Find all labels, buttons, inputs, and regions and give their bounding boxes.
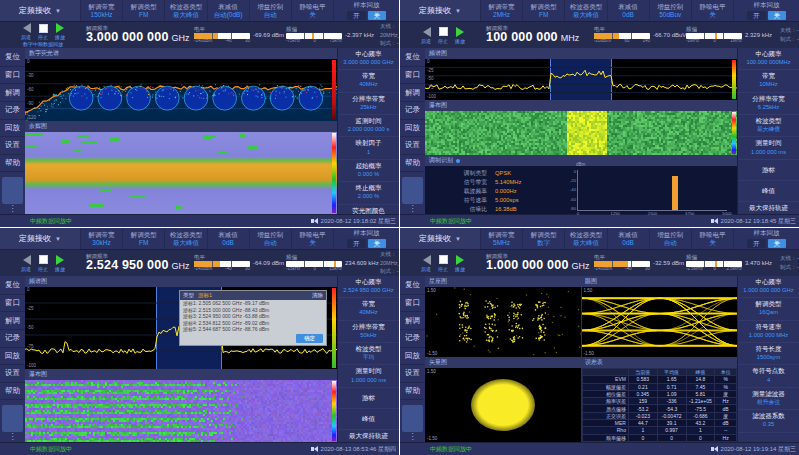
more-menu-handle[interactable]: ⋮ — [0, 432, 25, 442]
sidebar-entry-2[interactable]: 分辨率带宽25kHz — [338, 93, 399, 115]
spectrum-plot[interactable]: 0-25-50-75-100类型游标1清除游标1: 2.505 062 500 … — [25, 287, 337, 369]
menu-quick-panel[interactable] — [402, 405, 423, 432]
phosphor-spectrum-plot[interactable]: 0-30-60-90-120 — [25, 59, 337, 121]
param-field[interactable]: 检波器类型最大峰值 — [564, 0, 606, 21]
sidebar-item-6[interactable]: 帮助 — [0, 155, 25, 173]
param-field[interactable]: 静噪电平关 — [691, 0, 733, 21]
sidebar-entry-6[interactable]: 滤波器系数0.35 — [738, 410, 799, 432]
param-field[interactable]: 检波器类型最大峰值 — [164, 0, 206, 21]
speaker-icon[interactable] — [311, 218, 318, 224]
waterfall-plot[interactable] — [25, 380, 337, 442]
param-field[interactable]: 增益控制自动 — [649, 228, 691, 249]
sidebar-entry-0[interactable]: 中心频率2.524 950 000 GHz — [338, 276, 399, 298]
speaker-icon[interactable] — [311, 446, 318, 452]
sidebar-item-3[interactable]: 记录 — [0, 330, 25, 348]
param-field[interactable]: 衰减值自动(0dB) — [207, 0, 249, 21]
sidebar-entry-4[interactable]: 测量时间1.000 000 ms — [338, 365, 399, 387]
sample-playback-option-off[interactable]: 关 — [368, 11, 387, 20]
play-button[interactable] — [56, 23, 64, 33]
sidebar-entry-5[interactable]: 测量滤波器根升余弦 — [738, 388, 799, 410]
eye-diagram-plot[interactable]: 1.50-1.50 — [582, 287, 738, 357]
sidebar-entry-1[interactable]: 带宽40MHz — [338, 70, 399, 92]
param-field[interactable]: 增益控制自动 — [249, 0, 291, 21]
play-button[interactable] — [456, 27, 464, 37]
param-field[interactable]: 解调类型FM — [122, 0, 164, 21]
param-field[interactable]: 增益控制自动 — [249, 228, 291, 249]
stop-button[interactable] — [439, 27, 448, 36]
param-field[interactable]: 解调带宽30kHz — [80, 228, 122, 249]
sidebar-item-6[interactable]: 帮助 — [400, 383, 425, 401]
sidebar-item-5[interactable]: 设置 — [0, 365, 25, 383]
sidebar-item-4[interactable]: 回放 — [400, 120, 425, 138]
param-field[interactable]: 解调类型FM — [522, 0, 564, 21]
receive-mode-select[interactable]: 定频接收▼ — [0, 0, 80, 21]
speaker-icon[interactable] — [711, 218, 718, 224]
rewind-button[interactable] — [23, 23, 31, 33]
persistence-plot[interactable] — [25, 132, 337, 214]
param-field[interactable]: 衰减值0dB — [607, 228, 649, 249]
rewind-button[interactable] — [423, 255, 431, 265]
sidebar-entry-4[interactable]: 每符号点数4 — [738, 365, 799, 387]
param-field[interactable]: 静噪电平关 — [291, 228, 333, 249]
sidebar-item-1[interactable]: 窗口 — [0, 295, 25, 313]
sidebar-item-0[interactable]: 复位 — [400, 277, 425, 295]
sample-playback-option-on[interactable]: 开 — [347, 11, 366, 20]
menu-quick-panel[interactable] — [2, 405, 23, 432]
sidebar-item-4[interactable]: 回放 — [400, 348, 425, 366]
sidebar-item-2[interactable]: 解调 — [0, 84, 25, 102]
receive-mode-select[interactable]: 定频接收▼ — [0, 228, 80, 249]
sidebar-item-5[interactable]: 设置 — [0, 137, 25, 155]
more-menu-handle[interactable]: ⋮ — [400, 204, 425, 214]
sidebar-item-2[interactable]: 解调 — [0, 312, 25, 330]
sidebar-item-5[interactable]: 设置 — [400, 365, 425, 383]
sidebar-entry-5[interactable]: 游标 — [738, 160, 799, 181]
menu-quick-panel[interactable] — [402, 177, 423, 204]
sidebar-item-1[interactable]: 窗口 — [400, 295, 425, 313]
param-field[interactable]: 静噪电平关 — [291, 0, 333, 21]
sample-playback-option-on[interactable]: 开 — [747, 11, 766, 20]
sidebar-entry-4[interactable]: 测量时间1.000 000 ms — [738, 137, 799, 159]
speaker-icon[interactable] — [711, 446, 718, 452]
sidebar-entry-3[interactable]: 检波类型平均 — [338, 343, 399, 365]
sidebar-item-6[interactable]: 帮助 — [400, 155, 425, 173]
sidebar-item-4[interactable]: 回放 — [0, 120, 25, 138]
sidebar-entry-6[interactable]: 终止概率2.000 % — [338, 182, 399, 204]
menu-quick-panel[interactable] — [2, 177, 23, 204]
sidebar-item-0[interactable]: 复位 — [400, 49, 425, 67]
play-button[interactable] — [56, 255, 64, 265]
sidebar-entry-3[interactable]: 检波类型最大峰值 — [738, 115, 799, 137]
sidebar-item-3[interactable]: 记录 — [0, 102, 25, 120]
sidebar-entry-2[interactable]: 分辨率带宽6.25kHz — [738, 93, 799, 115]
sidebar-item-0[interactable]: 复位 — [0, 277, 25, 295]
stop-button[interactable] — [39, 24, 48, 33]
sample-playback-option-off[interactable]: 关 — [768, 11, 787, 20]
waterfall-plot[interactable] — [425, 111, 737, 155]
param-field[interactable]: 解调类型FM — [122, 228, 164, 249]
vector-diagram-plot[interactable]: 1.50-1.50 — [425, 368, 582, 442]
param-field[interactable]: 增益控制50dBuv — [649, 0, 691, 21]
sidebar-entry-1[interactable]: 带宽10MHz — [738, 70, 799, 92]
receive-mode-select[interactable]: 定频接收▼ — [400, 0, 480, 21]
sidebar-entry-3[interactable]: 符号长度1500sym — [738, 343, 799, 365]
constellation-plot[interactable]: 1.50-1.50 — [425, 287, 582, 357]
sample-playback-option-on[interactable]: 开 — [347, 239, 366, 248]
marker-clear-button[interactable]: 清除 — [312, 292, 323, 299]
rewind-button[interactable] — [23, 255, 31, 265]
sidebar-item-1[interactable]: 窗口 — [0, 67, 25, 85]
sidebar-entry-5[interactable]: 起始概率0.000 % — [338, 160, 399, 182]
receive-mode-select[interactable]: 定频接收▼ — [400, 228, 480, 249]
sidebar-item-3[interactable]: 记录 — [400, 330, 425, 348]
sidebar-item-1[interactable]: 窗口 — [400, 67, 425, 85]
sidebar-item-0[interactable]: 复位 — [0, 49, 25, 67]
spectrum-plot[interactable]: 0-25-50-75-100 — [425, 59, 737, 100]
more-menu-handle[interactable]: ⋮ — [400, 432, 425, 442]
stop-button[interactable] — [439, 255, 448, 264]
param-field[interactable]: 解调带宽5MHz — [480, 228, 522, 249]
sidebar-item-2[interactable]: 解调 — [400, 312, 425, 330]
param-field[interactable]: 衰减值0dB — [207, 228, 249, 249]
sidebar-entry-1[interactable]: 带宽40MHz — [338, 298, 399, 320]
sidebar-entry-0[interactable]: 中心频率1.000 000 000 GHz — [738, 276, 799, 298]
sidebar-entry-0[interactable]: 中心频率100.000 000MHz — [738, 48, 799, 70]
sidebar-item-5[interactable]: 设置 — [400, 137, 425, 155]
sidebar-entry-2[interactable]: 符号速率1.000 000 MHz — [738, 321, 799, 343]
